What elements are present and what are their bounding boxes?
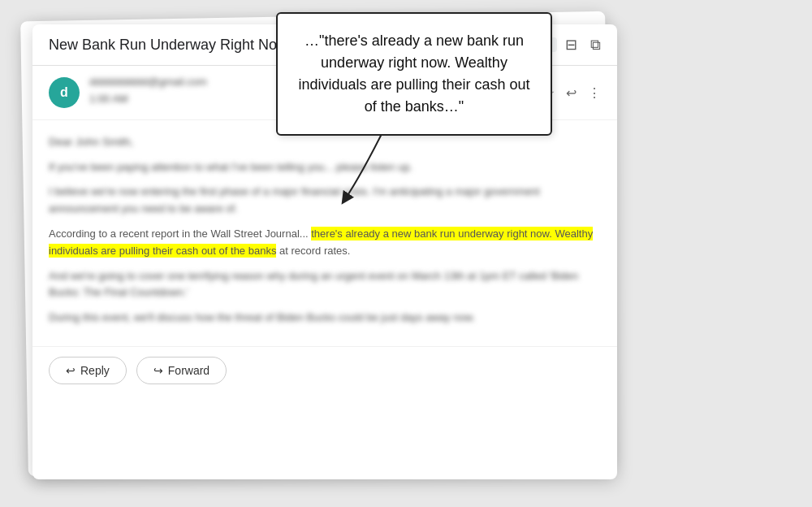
para4-text: During this event, we'll discuss how the… — [49, 311, 475, 323]
external-link-icon[interactable]: ⧉ — [590, 37, 601, 54]
callout-text: …"there's already a new bank run underwa… — [298, 32, 529, 115]
paragraph-highlighted: According to a recent report in the Wall… — [49, 226, 601, 260]
para3-text: And we're going to cover one terrifying … — [49, 270, 578, 299]
forward-label: Forward — [168, 364, 209, 377]
avatar-letter: d — [60, 85, 68, 100]
email-body: Dear John Smith, If you've been paying a… — [32, 120, 617, 343]
para-suffix: at record rates. — [276, 245, 350, 257]
forward-arrow-icon: ↪ — [153, 364, 163, 377]
reply-button[interactable]: ↩ Reply — [49, 357, 127, 384]
paragraph-4: During this event, we'll discuss how the… — [49, 310, 601, 327]
para2-text: I believe we're now entering the first p… — [49, 185, 540, 214]
reply-arrow-icon: ↩ — [66, 364, 76, 377]
print-icon[interactable]: ⊟ — [565, 36, 577, 54]
greeting-line: Dear John Smith, — [49, 133, 601, 151]
more-options-icon[interactable]: ⋮ — [588, 85, 601, 101]
callout-box: …"there's already a new bank run underwa… — [276, 12, 552, 136]
paragraph-3: And we're going to cover one terrifying … — [49, 268, 601, 302]
para-prefix: According to a recent report in the Wall… — [49, 228, 311, 240]
paragraph-2: I believe we're now entering the first p… — [49, 184, 601, 218]
forward-button[interactable]: ↪ Forward — [136, 357, 227, 384]
avatar: d — [49, 77, 80, 108]
email-footer: ↩ Reply ↪ Forward — [32, 346, 617, 394]
header-icons: ⊟ ⧉ — [565, 36, 601, 54]
callout-arrow-svg — [337, 126, 434, 207]
reply-icon[interactable]: ↩ — [566, 85, 577, 101]
paragraph-1: If you've been paying attention to what … — [49, 159, 601, 176]
reply-label: Reply — [80, 364, 110, 377]
